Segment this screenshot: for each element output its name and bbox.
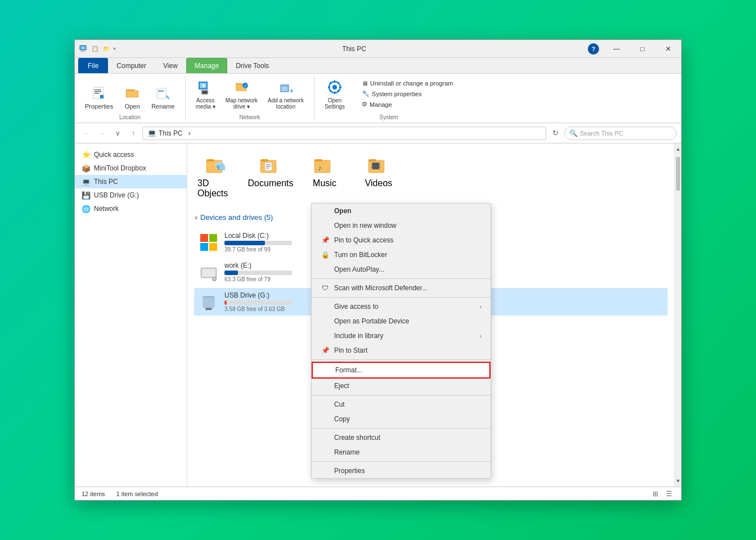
network-icon: 🌐	[82, 204, 91, 213]
open-settings-button[interactable]: Open Settings	[321, 76, 348, 112]
svg-rect-4	[80, 46, 86, 50]
help-button[interactable]: ?	[588, 43, 599, 55]
ctx-open-icon	[321, 206, 330, 215]
ctx-properties[interactable]: Properties	[312, 464, 490, 478]
ctx-access-label: Give access to	[334, 303, 379, 310]
tab-drive-tools[interactable]: Drive Tools	[227, 58, 277, 73]
section-toggle[interactable]: ∨	[194, 214, 198, 220]
sidebar-item-network[interactable]: 🌐 Network	[75, 202, 187, 215]
manage-button[interactable]: ⚙ Manage	[358, 100, 456, 109]
ribbon: File Computer View Manage Drive Tools	[75, 58, 681, 123]
network-group-label: Network	[239, 114, 260, 120]
back-button[interactable]: ←	[79, 127, 93, 140]
up-button[interactable]: ↑	[127, 127, 140, 140]
ctx-create-shortcut[interactable]: Create shortcut	[312, 430, 490, 445]
folder-3d-objects[interactable]: 3D Objects	[194, 150, 239, 202]
devices-title: Devices and drives (5)	[200, 213, 273, 222]
svg-point-73	[213, 278, 215, 280]
ctx-rename-icon	[321, 448, 330, 457]
svg-rect-12	[126, 91, 138, 97]
add-network-button[interactable]: + Add a network location	[264, 76, 307, 112]
ctx-scan-defender[interactable]: 🛡 Scan with Microsoft Defender...	[312, 281, 490, 295]
tab-file[interactable]: File	[78, 58, 108, 73]
ctx-sep-3	[312, 359, 490, 360]
minimize-button[interactable]: —	[604, 40, 629, 58]
ctx-library[interactable]: Include in library ›	[312, 328, 490, 343]
scrollbar[interactable]: ▲ ▼	[674, 143, 681, 487]
ctx-sep-1	[312, 278, 490, 279]
list-view-button[interactable]: ☰	[663, 488, 674, 500]
access-media-icon	[196, 78, 214, 96]
ctx-sep-4	[312, 395, 490, 395]
folder-videos[interactable]: Videos	[356, 150, 401, 202]
ctx-portable[interactable]: Open as Portable Device	[312, 314, 490, 328]
usb-label: USB Drive (G:)	[94, 191, 139, 199]
drive-e-bar-container	[224, 271, 292, 275]
folder-music[interactable]: ♪ Music	[302, 150, 347, 202]
ctx-autoplay-icon	[321, 265, 330, 274]
recent-button[interactable]: ∨	[111, 127, 124, 140]
ctx-bitlocker-label: Turn on BitLocker	[334, 251, 387, 259]
system-properties-button[interactable]: 🔧 System properties	[358, 89, 456, 98]
access-media-button[interactable]: Access media ▾	[192, 76, 219, 112]
ctx-pin-start-icon: 📌	[321, 346, 330, 355]
ctx-format[interactable]: Format...	[312, 362, 490, 379]
sidebar-item-usb-drive[interactable]: 💾 USB Drive (G:)	[75, 188, 187, 202]
drive-g-bar-container	[224, 300, 292, 305]
ctx-bitlocker[interactable]: 🔒 Turn on BitLocker	[312, 248, 490, 262]
rename-button[interactable]: ✎ Rename	[148, 82, 178, 112]
manage-icon: ⚙	[362, 101, 367, 108]
window-controls: — □ ✕	[604, 40, 681, 57]
uninstall-icon: 🖥	[362, 80, 368, 87]
this-pc-icon: 💻	[82, 177, 91, 186]
forward-button[interactable]: →	[95, 127, 109, 140]
scroll-down-button[interactable]: ▼	[675, 475, 681, 487]
maximize-button[interactable]: □	[629, 40, 655, 58]
ctx-copy-icon	[321, 415, 330, 424]
ctx-format-label: Format...	[335, 366, 362, 374]
refresh-button[interactable]: ↻	[548, 127, 562, 140]
scroll-up-button[interactable]: ▲	[675, 143, 681, 155]
sidebar-item-minitool[interactable]: 📦 MiniTool Dropbox	[75, 161, 187, 175]
address-path[interactable]: 💻 This PC ›	[142, 127, 546, 140]
folder-documents[interactable]: Documents	[248, 150, 293, 202]
grid-view-button[interactable]: ⊞	[650, 488, 661, 500]
close-button[interactable]: ✕	[655, 40, 681, 58]
svg-rect-50	[266, 166, 271, 167]
ctx-autoplay[interactable]: Open AutoPlay...	[312, 262, 490, 277]
svg-rect-52	[314, 160, 330, 173]
ctx-pin-quick-access[interactable]: 📌 Pin to Quick access	[312, 233, 490, 248]
map-network-button[interactable]: 🔗 Map network drive ▾	[222, 76, 261, 112]
tab-view[interactable]: View	[155, 58, 186, 73]
ctx-rename[interactable]: Rename	[312, 445, 490, 460]
scrollbar-thumb[interactable]	[676, 157, 680, 191]
address-pc-icon: 💻	[147, 129, 156, 137]
sidebar-item-quick-access[interactable]: ⭐ Quick access	[75, 148, 187, 161]
system-group-label: System	[380, 114, 398, 120]
drive-e-bar	[224, 271, 238, 275]
folder-icon-tb: 📁	[102, 44, 111, 53]
search-box[interactable]: 🔍 Search This PC	[564, 127, 677, 140]
ctx-eject[interactable]: Eject	[312, 379, 490, 393]
ctx-copy[interactable]: Copy	[312, 412, 490, 426]
ctx-sep-5	[312, 428, 490, 429]
search-icon: 🔍	[569, 129, 578, 137]
uninstall-button[interactable]: 🖥 Uninstall or change a program	[358, 79, 456, 88]
ribbon-system-items: Open Settings 🖥 Uninstall or change a pr…	[321, 76, 457, 112]
svg-rect-69	[209, 243, 217, 251]
svg-rect-2	[82, 50, 84, 51]
ctx-open[interactable]: Open	[312, 204, 490, 218]
ctx-open-new-window[interactable]: Open in new window	[312, 218, 490, 233]
svg-rect-6	[94, 89, 101, 91]
ctx-pin-start[interactable]: 📌 Pin to Start	[312, 343, 490, 358]
tab-manage[interactable]: Manage	[186, 58, 227, 73]
ctx-cut[interactable]: Cut	[312, 397, 490, 412]
properties-icon: ✓	[90, 84, 108, 102]
ctx-pin-start-label: Pin to Start	[334, 346, 367, 354]
properties-button[interactable]: ✓ Properties	[82, 82, 116, 112]
open-button[interactable]: Open	[120, 82, 145, 112]
ctx-copy-label: Copy	[334, 415, 350, 423]
sidebar-item-this-pc[interactable]: 💻 This PC	[75, 175, 187, 188]
ctx-give-access[interactable]: Give access to ›	[312, 299, 490, 314]
tab-computer[interactable]: Computer	[108, 58, 155, 73]
